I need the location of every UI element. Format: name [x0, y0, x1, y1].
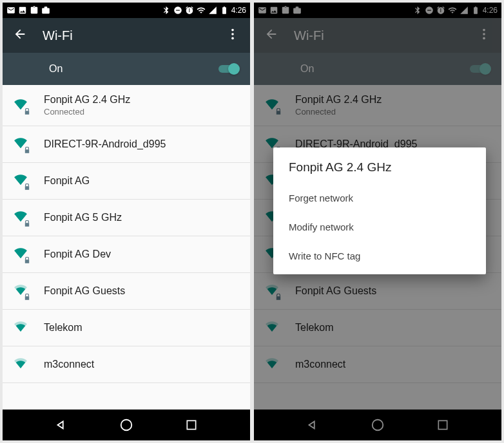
network-item[interactable]: Fonpit AG Dev — [3, 236, 250, 273]
dialog-forget-network[interactable]: Forget network — [289, 184, 470, 212]
navigation-bar — [3, 410, 250, 440]
wifi-icon — [13, 137, 28, 152]
svg-rect-10 — [25, 296, 29, 300]
network-item[interactable]: Fonpit AG 2.4 GHz Connected — [3, 85, 250, 126]
nav-back-icon[interactable] — [53, 417, 69, 433]
svg-point-3 — [231, 33, 234, 35]
image-icon — [18, 6, 27, 15]
back-icon[interactable] — [13, 27, 27, 44]
wifi-icon — [13, 357, 28, 372]
status-time: 4:26 — [231, 6, 246, 15]
wifi-icon — [13, 247, 28, 262]
svg-rect-8 — [25, 223, 29, 227]
svg-rect-12 — [188, 420, 196, 429]
work-icon — [41, 6, 50, 15]
battery-icon — [220, 6, 229, 15]
network-name: Fonpit AG 2.4 GHz — [44, 94, 130, 106]
svg-rect-7 — [25, 186, 29, 190]
network-item[interactable]: Fonpit AG 5 GHz — [3, 200, 250, 236]
network-name: Fonpit AG Guests — [44, 285, 125, 297]
wifi-icon — [13, 320, 28, 335]
dialog-write-nfc[interactable]: Write to NFC tag — [289, 241, 470, 270]
network-item[interactable]: DIRECT-9R-Android_d995 — [3, 126, 250, 163]
mail-icon — [6, 6, 15, 15]
svg-point-4 — [231, 37, 234, 40]
network-name: Fonpit AG Dev — [44, 249, 111, 260]
network-status: Connected — [44, 107, 130, 117]
clipboard-icon — [30, 6, 39, 15]
action-bar: Wi-Fi — [3, 18, 250, 53]
network-item[interactable]: Fonpit AG Guests — [3, 273, 250, 310]
dnd-icon — [173, 6, 182, 15]
wifi-switch[interactable] — [217, 62, 240, 75]
svg-rect-6 — [25, 149, 29, 153]
overflow-menu-icon[interactable] — [226, 27, 240, 44]
svg-rect-5 — [25, 111, 29, 115]
wifi-toggle-row[interactable]: On — [3, 53, 250, 85]
page-title: Wi-Fi — [43, 28, 210, 43]
network-name: Fonpit AG 5 GHz — [44, 212, 122, 223]
network-dialog: Fonpit AG 2.4 GHz Forget network Modify … — [273, 147, 486, 274]
wifi-status-icon — [197, 6, 206, 15]
wifi-icon — [13, 98, 28, 113]
dialog-modify-network[interactable]: Modify network — [289, 212, 470, 241]
phone-right: 4:26 Wi-Fi On Fonpit AG 2.4 GHz Connecte… — [254, 3, 501, 440]
network-name: DIRECT-9R-Android_d995 — [44, 138, 166, 150]
svg-rect-9 — [25, 259, 29, 263]
network-item[interactable]: Fonpit AG — [3, 163, 250, 200]
alarm-icon — [185, 6, 194, 15]
network-name: m3connect — [44, 359, 94, 370]
wifi-icon — [13, 173, 28, 189]
nav-recent-icon[interactable] — [184, 417, 199, 433]
phone-left: 4:26 Wi-Fi On Fonpit AG 2.4 GHz Connecte… — [3, 3, 250, 440]
network-name: Fonpit AG — [44, 175, 90, 187]
bluetooth-icon — [162, 6, 171, 15]
network-list: Fonpit AG 2.4 GHz Connected DIRECT-9R-An… — [3, 85, 250, 410]
toggle-label: On — [49, 63, 217, 75]
network-name: Telekom — [44, 322, 82, 334]
network-item[interactable]: Telekom — [3, 310, 250, 346]
network-item[interactable]: m3connect — [3, 346, 250, 383]
dialog-title: Fonpit AG 2.4 GHz — [289, 160, 470, 174]
wifi-icon — [13, 283, 28, 299]
svg-point-11 — [121, 420, 132, 431]
svg-point-2 — [231, 29, 234, 32]
wifi-icon — [13, 210, 28, 225]
nav-home-icon[interactable] — [119, 417, 134, 433]
svg-rect-1 — [176, 10, 180, 10]
signal-icon — [208, 6, 217, 15]
status-bar: 4:26 — [3, 3, 250, 18]
